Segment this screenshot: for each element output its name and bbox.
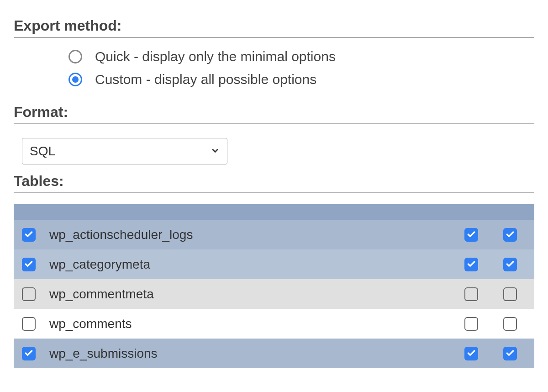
- row-structure-col: [448, 228, 494, 242]
- format-select-value: SQL: [30, 144, 55, 159]
- table-row[interactable]: wp_commentmeta: [14, 279, 534, 309]
- row-select-col: [22, 317, 49, 331]
- row-structure-checkbox[interactable]: [464, 258, 478, 271]
- table-name: wp_categorymeta: [49, 257, 448, 272]
- radio-quick[interactable]: [68, 50, 82, 64]
- format-select[interactable]: SQL: [22, 138, 227, 164]
- row-select-checkbox[interactable]: [22, 258, 36, 271]
- row-select-checkbox[interactable]: [22, 228, 36, 242]
- check-icon: [506, 346, 515, 361]
- tables-heading: Tables:: [14, 173, 534, 193]
- table-row[interactable]: wp_comments: [14, 309, 534, 339]
- table-name: wp_commentmeta: [49, 287, 448, 302]
- row-select-checkbox[interactable]: [22, 287, 36, 301]
- row-data-col: [494, 347, 526, 360]
- check-icon: [24, 346, 33, 361]
- row-structure-col: [448, 347, 494, 360]
- table-name: wp_e_submissions: [49, 346, 448, 361]
- row-structure-col: [448, 258, 494, 271]
- check-icon: [467, 228, 476, 242]
- radio-custom-label: Custom - display all possible options: [95, 72, 316, 87]
- row-structure-checkbox[interactable]: [464, 347, 478, 360]
- row-data-checkbox[interactable]: [503, 317, 517, 331]
- row-data-checkbox[interactable]: [503, 228, 517, 242]
- row-structure-col: [448, 287, 494, 301]
- check-icon: [467, 257, 476, 272]
- radio-dot-icon: [72, 76, 79, 83]
- row-data-col: [494, 228, 526, 242]
- row-structure-checkbox[interactable]: [464, 287, 478, 301]
- row-select-checkbox[interactable]: [22, 317, 36, 331]
- tables-list: wp_actionscheduler_logswp_categorymetawp…: [14, 204, 534, 368]
- row-structure-checkbox[interactable]: [464, 317, 478, 331]
- row-structure-col: [448, 317, 494, 331]
- row-data-checkbox[interactable]: [503, 258, 517, 271]
- row-data-col: [494, 287, 526, 301]
- row-select-col: [22, 258, 49, 271]
- radio-custom[interactable]: [68, 73, 82, 86]
- chevron-down-icon: [211, 144, 220, 159]
- table-row[interactable]: wp_actionscheduler_logs: [14, 220, 534, 249]
- format-select-container: SQL: [22, 138, 227, 164]
- table-name: wp_comments: [49, 317, 448, 331]
- row-structure-checkbox[interactable]: [464, 228, 478, 242]
- row-data-checkbox[interactable]: [503, 287, 517, 301]
- export-method-custom-option[interactable]: Custom - display all possible options: [68, 72, 534, 87]
- table-name: wp_actionscheduler_logs: [49, 228, 448, 242]
- table-row[interactable]: wp_e_submissions: [14, 339, 534, 368]
- format-heading: Format:: [14, 104, 534, 124]
- table-row[interactable]: wp_categorymeta: [14, 249, 534, 279]
- row-data-checkbox[interactable]: [503, 347, 517, 360]
- check-icon: [24, 257, 33, 272]
- row-select-col: [22, 228, 49, 242]
- check-icon: [506, 228, 515, 242]
- export-method-radio-group: Quick - display only the minimal options…: [14, 49, 534, 87]
- check-icon: [24, 228, 33, 242]
- row-data-col: [494, 258, 526, 271]
- radio-quick-label: Quick - display only the minimal options: [95, 49, 336, 64]
- row-select-col: [22, 287, 49, 301]
- row-select-checkbox[interactable]: [22, 347, 36, 360]
- export-method-heading: Export method:: [14, 17, 534, 38]
- row-select-col: [22, 347, 49, 360]
- export-method-quick-option[interactable]: Quick - display only the minimal options: [68, 49, 534, 64]
- row-data-col: [494, 317, 526, 331]
- check-icon: [467, 346, 476, 361]
- check-icon: [506, 257, 515, 272]
- tables-header-row: [14, 204, 534, 220]
